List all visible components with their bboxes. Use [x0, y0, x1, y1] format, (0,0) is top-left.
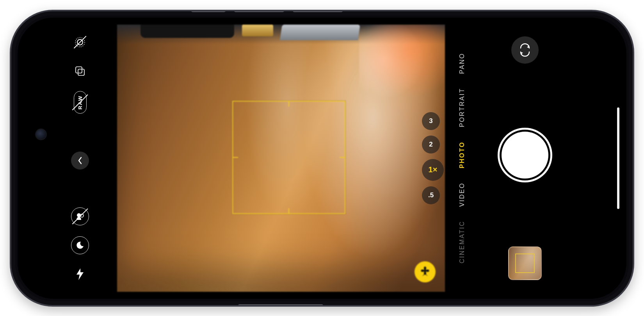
svg-point-9 — [424, 269, 426, 271]
svg-point-10 — [424, 266, 426, 270]
scene-object — [242, 25, 273, 36]
dynamic-island — [29, 119, 53, 197]
home-indicator[interactable] — [617, 107, 619, 209]
shutter-button[interactable] — [502, 132, 548, 179]
scene-reflection — [359, 25, 445, 111]
svg-point-13 — [426, 270, 429, 272]
flip-camera-button[interactable] — [511, 36, 539, 64]
mode-portrait[interactable]: PORTRAIT — [459, 86, 480, 129]
svg-rect-2 — [76, 67, 82, 73]
svg-marker-8 — [76, 268, 84, 280]
depth-toggle[interactable] — [71, 207, 89, 225]
hardware-button — [234, 10, 285, 12]
svg-point-12 — [421, 270, 424, 272]
focus-tick — [340, 157, 345, 158]
photographic-styles-button[interactable] — [71, 62, 89, 80]
right-controls — [498, 36, 552, 280]
zoom-3x[interactable]: 3 — [422, 112, 440, 130]
mode-video[interactable]: VIDEO — [459, 181, 480, 208]
scene-object — [141, 25, 234, 38]
back-button[interactable] — [71, 152, 89, 170]
hardware-button — [238, 304, 324, 307]
zoom-controls: 3 2 1× .5 — [422, 112, 444, 204]
raw-toggle[interactable]: RAW — [74, 91, 87, 114]
live-photo-toggle[interactable] — [71, 33, 89, 51]
focus-indicator[interactable] — [232, 101, 345, 214]
front-camera — [35, 129, 47, 140]
left-controls: RAW — [64, 33, 96, 283]
hardware-button — [191, 10, 226, 12]
night-mode-button[interactable] — [71, 236, 89, 254]
macro-mode-button[interactable] — [415, 261, 436, 282]
screen: RAW — [18, 18, 626, 299]
zoom-2x[interactable]: 2 — [422, 136, 440, 154]
mode-pano[interactable]: PANO — [459, 51, 480, 75]
mode-selector[interactable]: CINEMATIC VIDEO PHOTO PORTRAIT PANO — [459, 32, 480, 285]
viewfinder[interactable] — [117, 25, 445, 292]
focus-tick — [288, 208, 289, 214]
hardware-button — [292, 10, 343, 12]
chevron-left-icon — [77, 156, 83, 165]
mode-cinematic[interactable]: CINEMATIC — [459, 219, 480, 265]
flash-auto-icon — [75, 268, 85, 281]
scene-object — [280, 25, 360, 40]
zoom-0-5x[interactable]: .5 — [422, 186, 440, 204]
svg-rect-3 — [78, 69, 84, 75]
flip-camera-icon — [518, 43, 532, 57]
flash-button[interactable] — [71, 265, 89, 283]
focus-tick — [288, 101, 289, 107]
focus-tick — [233, 157, 238, 158]
night-mode-icon — [75, 241, 85, 250]
iphone-frame: RAW — [10, 10, 634, 307]
last-photo-thumbnail[interactable] — [508, 246, 542, 280]
flower-icon — [420, 266, 431, 277]
photographic-styles-icon — [73, 64, 87, 78]
mode-photo[interactable]: PHOTO — [459, 140, 480, 170]
zoom-1x[interactable]: 1× — [422, 159, 444, 181]
